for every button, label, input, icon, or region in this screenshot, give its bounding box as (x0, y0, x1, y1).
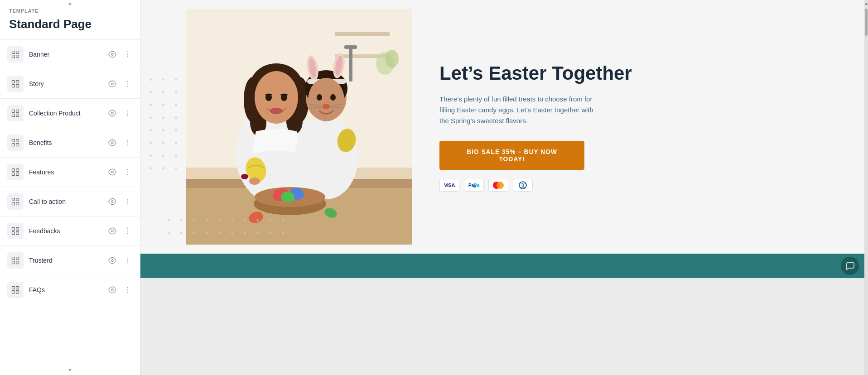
sidebar-item-actions-call-to-action (106, 197, 134, 207)
svg-rect-48 (12, 228, 15, 231)
svg-point-13 (127, 81, 128, 82)
chat-button[interactable] (841, 257, 859, 275)
sidebar-item-story[interactable]: Story (0, 69, 140, 98)
svg-point-55 (127, 233, 128, 234)
sidebar-item-label-collection-product: Collection Product (29, 110, 106, 117)
svg-point-12 (111, 83, 114, 85)
mastercard-icon (488, 179, 508, 192)
preview-area: Let’s Easter Together There’s plenty of … (140, 0, 868, 375)
more-menu-benefits[interactable] (122, 138, 134, 148)
svg-point-21 (127, 111, 128, 111)
svg-rect-8 (12, 81, 15, 83)
svg-rect-40 (12, 198, 15, 201)
sidebar-item-features[interactable]: Features (0, 157, 140, 187)
svg-point-38 (127, 172, 128, 173)
svg-point-124 (519, 182, 526, 189)
svg-point-69 (127, 287, 128, 288)
sidebar-item-call-to-action[interactable]: Call to action (0, 187, 140, 216)
svg-rect-25 (16, 139, 19, 142)
scrollbar-thumb[interactable] (865, 9, 868, 36)
diners-club-icon (513, 179, 533, 192)
sidebar-item-faqs[interactable]: FAQs (0, 275, 140, 304)
svg-point-63 (127, 262, 128, 263)
sidebar-item-icon-story (7, 76, 24, 92)
svg-rect-19 (16, 114, 19, 117)
svg-point-89 (255, 71, 298, 124)
sidebar-item-label-call-to-action: Call to action (29, 198, 106, 205)
sidebar-item-benefits[interactable]: Benefits (0, 128, 140, 157)
svg-point-4 (111, 53, 114, 56)
visibility-toggle-story[interactable] (106, 79, 118, 89)
svg-point-47 (127, 203, 128, 204)
svg-point-61 (127, 258, 128, 259)
sidebar: ▲ TEMPLATE Standard Page Banner (0, 0, 140, 375)
svg-point-6 (127, 54, 128, 55)
sidebar-item-trusterd[interactable]: Trusterd (0, 245, 140, 275)
right-scrollbar[interactable]: ▲ (864, 0, 868, 375)
more-menu-features[interactable] (122, 167, 134, 177)
more-menu-faqs[interactable] (122, 285, 134, 295)
main-preview: Let’s Easter Together There’s plenty of … (140, 0, 868, 375)
scroll-up-arrow[interactable]: ▲ (863, 0, 868, 7)
svg-point-70 (127, 289, 128, 290)
svg-rect-49 (16, 228, 19, 231)
svg-rect-43 (16, 202, 19, 205)
svg-point-126 (522, 183, 526, 188)
svg-point-53 (127, 228, 128, 229)
svg-point-5 (127, 52, 128, 53)
svg-point-107 (317, 94, 322, 101)
sidebar-item-icon-collection-product (7, 105, 24, 121)
svg-rect-33 (16, 169, 19, 172)
sidebar-item-actions-banner (106, 49, 134, 59)
svg-point-123 (497, 182, 504, 189)
svg-rect-51 (16, 232, 19, 235)
visibility-toggle-features[interactable] (106, 167, 118, 177)
visibility-toggle-banner[interactable] (106, 49, 118, 59)
svg-point-68 (111, 289, 114, 291)
sidebar-item-feedbacks[interactable]: Feedbacks (0, 216, 140, 245)
svg-point-119 (241, 174, 248, 179)
visibility-toggle-faqs[interactable] (106, 285, 118, 295)
more-menu-story[interactable] (122, 79, 134, 89)
page-title: Standard Page (0, 17, 140, 39)
svg-point-102 (323, 104, 330, 109)
svg-rect-9 (16, 81, 19, 83)
svg-rect-57 (16, 257, 19, 260)
visibility-toggle-feedbacks[interactable] (106, 226, 118, 236)
svg-point-22 (127, 113, 128, 114)
more-menu-feedbacks[interactable] (122, 226, 134, 236)
sidebar-item-icon-faqs (7, 282, 24, 298)
svg-rect-11 (16, 85, 19, 87)
sidebar-item-icon-feedbacks (7, 223, 24, 239)
svg-point-45 (127, 199, 128, 200)
svg-rect-32 (12, 169, 15, 172)
sidebar-item-icon-banner (7, 46, 24, 62)
svg-point-15 (127, 86, 128, 87)
visibility-toggle-trusterd[interactable] (106, 255, 118, 265)
svg-rect-42 (12, 202, 15, 205)
sidebar-item-label-story: Story (29, 80, 106, 87)
more-menu-call-to-action[interactable] (122, 197, 134, 207)
more-menu-collection-product[interactable] (122, 108, 134, 118)
more-menu-banner[interactable] (122, 49, 134, 59)
hero-title: Let’s Easter Together (439, 62, 841, 85)
svg-point-46 (127, 201, 128, 202)
sidebar-item-actions-benefits (106, 138, 134, 148)
sidebar-item-banner[interactable]: Banner (0, 39, 140, 69)
sidebar-item-actions-story (106, 79, 134, 89)
svg-rect-34 (12, 173, 15, 176)
visibility-toggle-benefits[interactable] (106, 138, 118, 148)
visibility-toggle-call-to-action[interactable] (106, 197, 118, 207)
payment-icons-row: VISA Pay Pal (439, 179, 841, 192)
sidebar-item-actions-features (106, 167, 134, 177)
more-menu-trusterd[interactable] (122, 255, 134, 265)
hero-cta-button[interactable]: BIG SALE 35% – BUY NOW TODAY! (439, 141, 584, 170)
sidebar-item-collection-product[interactable]: Collection Product (0, 98, 140, 128)
svg-rect-76 (335, 32, 390, 36)
svg-point-14 (127, 83, 128, 84)
visibility-toggle-collection-product[interactable] (106, 108, 118, 118)
svg-point-115 (281, 192, 294, 202)
sidebar-item-label-trusterd: Trusterd (29, 257, 106, 264)
svg-rect-64 (12, 287, 15, 289)
scroll-down-indicator[interactable]: ▼ (0, 365, 140, 375)
